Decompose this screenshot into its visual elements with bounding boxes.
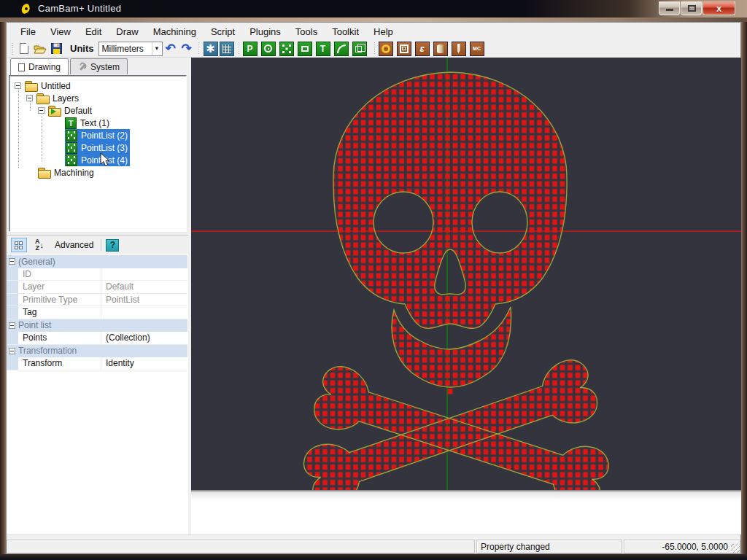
redo-button[interactable]: ↷ — [179, 41, 195, 56]
property-value[interactable]: (Collection) — [101, 332, 187, 343]
draw-polyline-button[interactable]: P — [243, 42, 258, 56]
title-bar[interactable]: CamBam+ Untitled x — [0, 0, 747, 18]
collapse-icon[interactable] — [38, 107, 44, 114]
property-value[interactable]: PointList — [101, 295, 187, 305]
help-icon: ? — [110, 240, 115, 250]
status-bar: Property changed -65.0000, 5.0000 — [7, 540, 740, 553]
menu-bar: File View Edit Draw Machining Script Plu… — [7, 23, 740, 40]
menu-view[interactable]: View — [43, 24, 78, 39]
category-general[interactable]: (General) — [7, 255, 187, 268]
collapse-icon[interactable] — [15, 82, 21, 89]
property-toolbar: A Z ↓ Advanced ? — [7, 236, 188, 254]
units-combobox[interactable]: Millimeters ▼ — [98, 42, 163, 56]
chevron-down-icon[interactable]: ▼ — [152, 42, 162, 55]
text-icon: T — [320, 44, 325, 54]
menu-plugins[interactable]: Plugins — [242, 24, 288, 39]
machining-ops-button[interactable]: MC — [470, 42, 484, 56]
draw-rectangle-button[interactable] — [298, 42, 312, 56]
property-value[interactable]: Identity — [101, 358, 187, 368]
menu-file[interactable]: File — [13, 24, 43, 39]
folder-icon — [36, 93, 49, 104]
drill-operation-button[interactable] — [379, 42, 393, 56]
tree-item-pointlist-2[interactable]: PointList (2) — [65, 129, 130, 141]
pointlist-object-icon — [66, 155, 77, 166]
maximize-button[interactable] — [681, 1, 702, 15]
folder-icon — [25, 81, 37, 91]
rectangle-icon — [301, 46, 309, 52]
engrave-operation-button[interactable]: ε — [415, 42, 430, 56]
tree-item-pointlist-4[interactable]: PointList (4) — [65, 154, 130, 166]
bottom-splitter[interactable] — [7, 534, 740, 540]
advanced-button[interactable]: Advanced — [52, 240, 96, 250]
surface-icon — [355, 46, 362, 52]
drawing-canvas[interactable] — [191, 58, 741, 490]
property-toolbar-separator — [101, 239, 101, 251]
save-file-button[interactable] — [48, 41, 64, 56]
property-name: Points — [18, 332, 101, 344]
close-icon: x — [716, 3, 721, 14]
close-button[interactable]: x — [703, 1, 735, 15]
tab-drawing[interactable]: Drawing — [10, 58, 69, 75]
category-point-list[interactable]: Point list — [7, 319, 187, 332]
circle-icon — [264, 44, 272, 52]
show-axes-button[interactable]: ✱ — [203, 41, 219, 56]
toolbar-separator — [239, 42, 239, 55]
property-row-tag[interactable]: Tag — [7, 306, 187, 319]
help-button[interactable]: ? — [106, 239, 119, 252]
tab-system[interactable]: System — [70, 58, 128, 74]
property-name: Tag — [18, 306, 101, 319]
draw-text-button[interactable]: T — [316, 42, 330, 56]
property-value[interactable]: Default — [101, 281, 187, 292]
collapse-icon[interactable] — [9, 322, 15, 329]
property-row-primitive-type[interactable]: Primitive Type PointList — [7, 294, 187, 307]
tree-item-untitled[interactable]: Untitled — [15, 79, 71, 92]
show-grid-button[interactable] — [219, 41, 235, 56]
draw-surface-button[interactable] — [352, 42, 367, 56]
draw-circle-button[interactable] — [261, 42, 276, 56]
menu-toolkit[interactable]: Toolkit — [325, 24, 366, 39]
collapse-icon[interactable] — [9, 348, 15, 354]
property-row-id[interactable]: ID — [7, 268, 187, 281]
property-row-layer[interactable]: Layer Default — [7, 281, 187, 294]
menu-script[interactable]: Script — [204, 24, 242, 39]
tree-item-pointlist-3[interactable]: PointList (3) — [65, 141, 130, 154]
draw-pointlist-button[interactable] — [279, 42, 294, 56]
menu-edit[interactable]: Edit — [78, 24, 109, 39]
collapse-icon[interactable] — [26, 95, 33, 101]
collapse-icon[interactable] — [9, 258, 15, 265]
profile-operation-button[interactable] — [433, 42, 448, 56]
canvas-lower-area[interactable] — [191, 491, 741, 534]
toolbar-grip[interactable] — [12, 43, 13, 55]
tree-item-machining[interactable]: Machining — [38, 166, 94, 179]
axes-icon: ✱ — [204, 42, 218, 56]
menu-machining[interactable]: Machining — [146, 24, 204, 39]
tree-item-layers[interactable]: Layers — [26, 92, 79, 104]
categorized-button[interactable] — [11, 238, 27, 252]
new-file-button[interactable] — [16, 41, 32, 56]
tree-item-default-layer[interactable]: Default — [38, 104, 92, 117]
open-file-icon — [34, 44, 47, 54]
category-transformation[interactable]: Transformation — [7, 345, 187, 358]
menu-draw[interactable]: Draw — [109, 24, 145, 39]
menu-tools[interactable]: Tools — [288, 24, 325, 39]
undo-button[interactable]: ↶ — [163, 41, 179, 56]
tree-item-text-1[interactable]: T Text (1) — [65, 117, 109, 129]
property-row-transform[interactable]: Transform Identity — [7, 357, 187, 370]
pocket-operation-button[interactable] — [397, 42, 411, 56]
draw-arc-button[interactable] — [334, 42, 349, 56]
alphabetical-sort-button[interactable]: A Z ↓ — [31, 238, 47, 252]
tree-item-label: Text (1) — [80, 118, 109, 128]
menu-help[interactable]: Help — [366, 24, 400, 39]
property-name: Transform — [18, 357, 101, 370]
tab-system-label: System — [90, 62, 120, 72]
minimize-button[interactable] — [659, 1, 680, 15]
open-file-button[interactable] — [32, 41, 48, 56]
window-title: CamBam+ Untitled — [38, 3, 121, 14]
drill-bit-button[interactable] — [452, 42, 466, 56]
property-grid: (General) ID Layer Default Primitive Typ… — [7, 255, 187, 370]
categorized-icon — [15, 241, 23, 249]
property-row-points[interactable]: Points (Collection) — [7, 332, 187, 345]
arc-icon — [337, 44, 346, 53]
resize-grip[interactable] — [731, 544, 740, 553]
status-panel-main — [7, 540, 475, 553]
